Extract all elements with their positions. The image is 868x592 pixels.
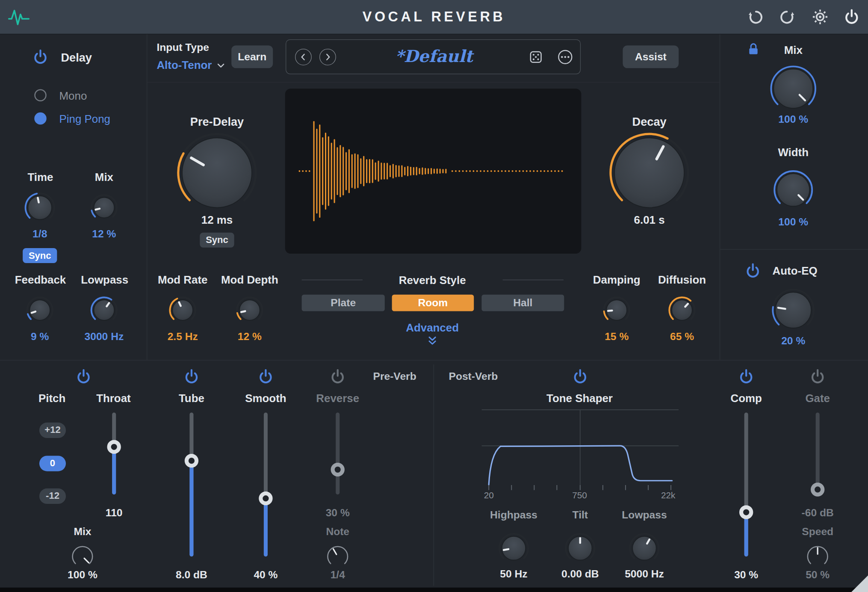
- predelay-sync-button[interactable]: Sync: [200, 233, 234, 248]
- gate-slider[interactable]: [810, 413, 825, 495]
- titlebar: VOCAL REVERB: [0, 0, 868, 34]
- input-type-label: Input Type: [156, 41, 209, 53]
- delay-lowpass-value: 3000 Hz: [85, 331, 124, 343]
- reverb-style-plate-button[interactable]: Plate: [302, 295, 385, 311]
- comp-power-icon[interactable]: [738, 368, 755, 385]
- output-mix-value: 100 %: [778, 113, 808, 125]
- modrate-knob[interactable]: [168, 296, 197, 324]
- pitch-zero-button[interactable]: 0: [39, 456, 66, 471]
- comp-slider-handle[interactable]: [739, 505, 753, 519]
- delay-mode-pingpong-label[interactable]: Ping Pong: [59, 113, 110, 126]
- highpass-knob[interactable]: [498, 532, 530, 564]
- pitch-plus12-button[interactable]: +12: [39, 423, 66, 438]
- delay-mode-mono-radio[interactable]: [34, 89, 46, 101]
- lock-icon[interactable]: [747, 42, 760, 56]
- delay-power-icon[interactable]: [32, 49, 49, 65]
- delay-feedback-knob[interactable]: [26, 296, 54, 324]
- undo-icon[interactable]: [747, 8, 765, 25]
- ellipsis-icon[interactable]: [558, 49, 573, 65]
- dice-icon[interactable]: [528, 50, 543, 65]
- tube-slider-handle[interactable]: [185, 454, 198, 468]
- reverse-slider[interactable]: [331, 413, 345, 495]
- decay-knob[interactable]: [609, 132, 690, 213]
- speed-value: 50 %: [806, 569, 830, 581]
- delay-mix-knob[interactable]: [90, 193, 118, 222]
- tube-value: 8.0 dB: [176, 569, 207, 581]
- tube-slider[interactable]: [184, 413, 199, 557]
- throat-label: Throat: [96, 392, 131, 405]
- prev-preset-button[interactable]: [295, 49, 312, 65]
- input-type-dropdown[interactable]: Alto-Tenor: [156, 59, 226, 71]
- tone-shaper-display[interactable]: [481, 408, 679, 492]
- delay-section-label: Delay: [61, 51, 92, 64]
- pitch-mix-label: Mix: [74, 526, 91, 538]
- smooth-slider-handle[interactable]: [259, 491, 272, 505]
- tilt-knob[interactable]: [564, 532, 596, 564]
- preset-name[interactable]: *Default: [395, 47, 473, 66]
- output-mix-knob[interactable]: [770, 65, 817, 112]
- moddepth-value: 12 %: [238, 331, 262, 343]
- output-mix-label: Mix: [784, 44, 803, 56]
- chevron-left-icon: [298, 51, 309, 62]
- chevron-down-icon: [215, 59, 226, 71]
- tube-power-icon[interactable]: [183, 368, 200, 385]
- delay-mode-mono-label[interactable]: Mono: [59, 90, 87, 103]
- post-lowpass-label: Lowpass: [622, 509, 667, 521]
- width-value: 100 %: [778, 216, 808, 228]
- next-preset-button[interactable]: [319, 49, 336, 65]
- smooth-label: Smooth: [245, 392, 286, 405]
- smooth-slider[interactable]: [259, 413, 273, 557]
- settings-icon[interactable]: [812, 8, 829, 25]
- delay-mode-pingpong-radio[interactable]: [34, 112, 46, 124]
- delay-mix-value: 12 %: [92, 228, 116, 240]
- moddepth-knob[interactable]: [235, 296, 264, 324]
- reverse-slider-handle[interactable]: [331, 463, 345, 477]
- assist-button[interactable]: Assist: [623, 45, 679, 68]
- autoeq-knob[interactable]: [771, 288, 815, 332]
- autoeq-power-icon[interactable]: [744, 263, 761, 279]
- gate-slider-handle[interactable]: [811, 482, 824, 496]
- comp-label: Comp: [730, 392, 762, 405]
- delay-time-knob[interactable]: [24, 192, 56, 224]
- decay-label: Decay: [632, 115, 667, 128]
- smooth-power-icon[interactable]: [257, 368, 274, 385]
- reverse-power-icon[interactable]: [329, 368, 346, 385]
- reverb-style-room-button[interactable]: Room: [392, 295, 474, 311]
- tube-label: Tube: [179, 392, 204, 405]
- reverse-value: 30 %: [326, 507, 350, 519]
- predelay-value: 12 ms: [201, 214, 233, 227]
- post-lowpass-value: 5000 Hz: [625, 568, 664, 580]
- comp-value: 30 %: [734, 569, 758, 581]
- predelay-knob[interactable]: [177, 132, 257, 213]
- comp-slider[interactable]: [739, 413, 753, 557]
- redo-icon[interactable]: [778, 8, 795, 25]
- delay-sync-button[interactable]: Sync: [23, 248, 57, 263]
- width-knob[interactable]: [773, 169, 814, 210]
- speed-knob[interactable]: [806, 545, 829, 568]
- pitch-minus12-button[interactable]: -12: [39, 488, 66, 504]
- throat-slider-handle[interactable]: [107, 440, 121, 454]
- reverb-waveform-display: [285, 89, 582, 254]
- reverb-style-hall-button[interactable]: Hall: [481, 295, 564, 311]
- gate-power-icon[interactable]: [809, 368, 826, 385]
- toneshaper-power-icon[interactable]: [572, 368, 588, 385]
- pitch-label: Pitch: [38, 392, 65, 405]
- advanced-toggle[interactable]: Advanced: [406, 322, 459, 334]
- note-label: Note: [326, 526, 349, 538]
- double-chevron-down-icon[interactable]: [426, 336, 439, 347]
- diffusion-knob[interactable]: [667, 296, 696, 324]
- throat-slider[interactable]: [107, 413, 121, 495]
- pitch-power-icon[interactable]: [75, 368, 92, 385]
- pitch-mix-knob[interactable]: [71, 545, 94, 568]
- delay-lowpass-knob[interactable]: [90, 296, 118, 324]
- learn-button[interactable]: Learn: [231, 45, 273, 68]
- highpass-value: 50 Hz: [500, 568, 527, 580]
- post-lowpass-knob[interactable]: [628, 532, 660, 564]
- damping-knob[interactable]: [602, 296, 631, 324]
- speed-label: Speed: [802, 526, 833, 538]
- gate-label: Gate: [805, 392, 830, 405]
- power-icon[interactable]: [843, 8, 860, 25]
- note-knob[interactable]: [326, 545, 349, 568]
- resize-handle[interactable]: [851, 575, 868, 592]
- preverb-section-label: Pre-Verb: [373, 370, 416, 382]
